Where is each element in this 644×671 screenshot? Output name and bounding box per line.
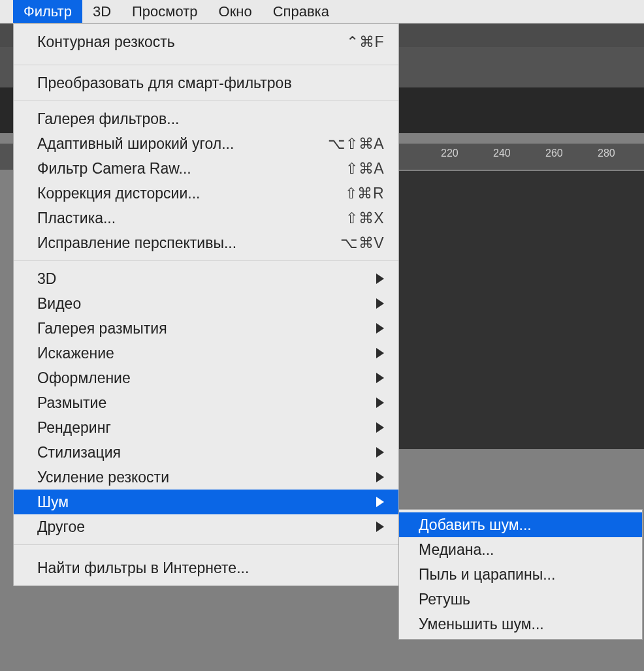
menu-item-shortcut: ⇧⌘R xyxy=(345,185,384,202)
menu-view[interactable]: Просмотр xyxy=(121,0,208,23)
menu-item-render[interactable]: Рендеринг xyxy=(14,415,398,440)
menu-item-shortcut: ⇧⌘X xyxy=(346,210,384,227)
menu-item-label: Найти фильтры в Интернете... xyxy=(37,559,384,577)
menu-item-video[interactable]: Видео xyxy=(14,291,398,316)
menu-item-label: Рендеринг xyxy=(37,419,376,437)
menu-item-label: Галерея фильтров... xyxy=(37,110,384,128)
ruler-mark: 240 xyxy=(493,148,511,159)
ruler-mark: 280 xyxy=(598,148,615,159)
menu-item-online-filters[interactable]: Найти фильтры в Интернете... xyxy=(14,550,398,585)
menu-filter[interactable]: Фильтр xyxy=(13,0,82,23)
menu-item-shortcut: ⌃⌘F xyxy=(346,33,384,51)
menu-item-label: Усиление резкости xyxy=(37,469,376,486)
submenu-item-label: Добавить шум... xyxy=(419,516,628,534)
menu-item-shortcut: ⌥⌘V xyxy=(340,234,384,252)
menu-item-pixelate[interactable]: Оформление xyxy=(14,366,398,390)
menu-item-blur[interactable]: Размытие xyxy=(14,390,398,415)
menu-item-filter-gallery[interactable]: Галерея фильтров... xyxy=(14,106,398,131)
submenu-arrow-icon xyxy=(376,348,384,358)
menubar: Фильтр 3D Просмотр Окно Справка xyxy=(0,0,644,23)
menu-item-label: Пластика... xyxy=(37,210,346,227)
menu-item-sharpen[interactable]: Усиление резкости xyxy=(14,465,398,490)
menu-item-shortcut: ⌥⇧⌘A xyxy=(328,135,384,153)
submenu-item-add-noise[interactable]: Добавить шум... xyxy=(399,512,642,537)
menu-item-label: Стилизация xyxy=(37,444,376,461)
menu-item-shortcut: ⇧⌘A xyxy=(346,160,384,178)
menu-item-label: 3D xyxy=(37,270,376,288)
menu-item-label: Видео xyxy=(37,295,376,313)
submenu-item-label: Пыль и царапины... xyxy=(419,566,628,584)
menu-label: Фильтр xyxy=(24,3,72,20)
submenu-arrow-icon xyxy=(376,273,384,284)
menu-item-label: Оформление xyxy=(37,369,376,387)
submenu-arrow-icon xyxy=(376,298,384,309)
menu-item-adaptive-wide[interactable]: Адаптивный широкий угол... ⌥⇧⌘A xyxy=(14,131,398,156)
ruler-mark: 260 xyxy=(545,148,563,159)
menu-item-label: Фильтр Camera Raw... xyxy=(37,160,346,178)
menu-item-label: Шум xyxy=(37,493,376,511)
menu-item-liquify[interactable]: Пластика... ⇧⌘X xyxy=(14,206,398,230)
noise-submenu: Добавить шум... Медиана... Пыль и царапи… xyxy=(398,509,643,640)
menu-item-label: Искажение xyxy=(37,345,376,362)
menu-item-blur-gallery[interactable]: Галерея размытия xyxy=(14,316,398,341)
menu-item-smart-filters[interactable]: Преобразовать для смарт-фильтров xyxy=(14,70,398,95)
submenu-arrow-icon xyxy=(376,522,384,532)
menu-label: Справка xyxy=(273,3,329,20)
submenu-item-reduce-noise[interactable]: Уменьшить шум... xyxy=(399,612,642,636)
menu-separator xyxy=(14,260,398,261)
submenu-item-label: Медиана... xyxy=(419,541,628,559)
submenu-arrow-icon xyxy=(376,398,384,408)
submenu-item-median[interactable]: Медиана... xyxy=(399,537,642,562)
menu-separator xyxy=(14,65,398,65)
menu-separator xyxy=(14,101,398,101)
submenu-arrow-icon xyxy=(376,373,384,383)
menu-help[interactable]: Справка xyxy=(263,0,340,23)
menu-item-last-filter[interactable]: Контурная резкость ⌃⌘F xyxy=(14,24,398,59)
menu-item-stylize[interactable]: Стилизация xyxy=(14,440,398,465)
submenu-arrow-icon xyxy=(376,447,384,458)
submenu-arrow-icon xyxy=(376,472,384,482)
ruler-mark: 220 xyxy=(441,148,459,159)
menu-3d[interactable]: 3D xyxy=(82,0,121,23)
submenu-arrow-icon xyxy=(376,422,384,433)
menu-label: 3D xyxy=(93,3,111,20)
submenu-item-dust-scratches[interactable]: Пыль и царапины... xyxy=(399,562,642,587)
menu-label: Просмотр xyxy=(132,3,197,20)
menu-item-lens-correction[interactable]: Коррекция дисторсии... ⇧⌘R xyxy=(14,181,398,206)
menu-item-camera-raw[interactable]: Фильтр Camera Raw... ⇧⌘A xyxy=(14,156,398,181)
menu-item-label: Коррекция дисторсии... xyxy=(37,185,345,202)
menu-item-label: Галерея размытия xyxy=(37,320,376,337)
menu-item-distort[interactable]: Искажение xyxy=(14,341,398,366)
menu-item-label: Контурная резкость xyxy=(37,33,346,51)
menu-item-label: Другое xyxy=(37,518,376,536)
menu-separator xyxy=(14,544,398,545)
menu-item-3d[interactable]: 3D xyxy=(14,266,398,291)
menu-item-label: Преобразовать для смарт-фильтров xyxy=(37,74,384,92)
submenu-item-label: Ретушь xyxy=(419,591,628,608)
menu-item-label: Адаптивный широкий угол... xyxy=(37,135,328,153)
menu-item-other[interactable]: Другое xyxy=(14,514,398,539)
submenu-arrow-icon xyxy=(376,323,384,334)
filter-dropdown: Контурная резкость ⌃⌘F Преобразовать для… xyxy=(13,23,399,586)
menu-item-label: Размытие xyxy=(37,394,376,412)
submenu-arrow-icon xyxy=(376,497,384,507)
menu-label: Окно xyxy=(219,3,252,20)
menu-item-vanishing-point[interactable]: Исправление перспективы... ⌥⌘V xyxy=(14,230,398,255)
submenu-item-despeckle[interactable]: Ретушь xyxy=(399,587,642,612)
menu-item-noise[interactable]: Шум xyxy=(14,490,398,514)
submenu-item-label: Уменьшить шум... xyxy=(419,616,628,633)
menu-item-label: Исправление перспективы... xyxy=(37,234,340,252)
menu-window[interactable]: Окно xyxy=(208,0,263,23)
